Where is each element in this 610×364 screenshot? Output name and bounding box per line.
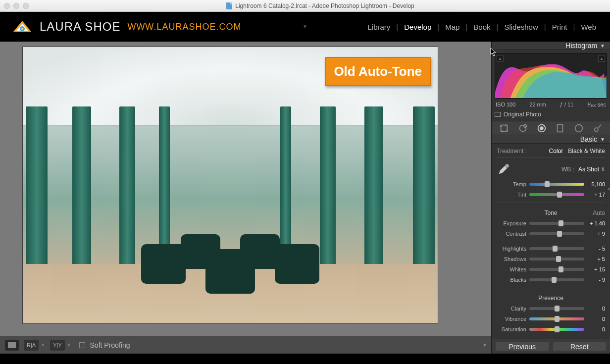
histogram-graph[interactable]: ▲ ▲ (495, 53, 607, 99)
redeye-tool-icon[interactable] (535, 122, 548, 135)
module-picker: Library| Develop| Map| Book| Slideshow| … (361, 23, 602, 31)
shadows-slider[interactable]: Shadows+ 5 (497, 255, 605, 263)
collapse-top-icon[interactable]: ▼ (303, 24, 307, 29)
contrast-slider[interactable]: Contrast+ 9 (497, 229, 605, 238)
adjustment-brush-tool-icon[interactable] (591, 122, 604, 135)
svg-point-1 (21, 28, 24, 30)
histogram-panel: ▲ ▲ ISO 100 22 mm ƒ / 11 ¹⁄₁₀₀ sec (492, 50, 610, 121)
svg-rect-11 (506, 164, 509, 168)
module-book[interactable]: Book (467, 23, 496, 31)
wb-selector[interactable]: As Shot⇅ (578, 166, 605, 173)
tone-section-title: ToneAuto (497, 207, 605, 217)
exif-focal: 22 mm (529, 102, 546, 108)
clarity-slider[interactable]: Clarity0 (497, 304, 605, 313)
wb-label: WB : (514, 166, 574, 173)
updown-icon: ⇅ (601, 167, 605, 172)
module-develop[interactable]: Develop (398, 23, 437, 31)
brand-name: LAURA SHOE (40, 20, 120, 34)
minimize-window-icon[interactable] (13, 3, 19, 9)
saturation-slider[interactable]: Saturation0 (497, 325, 605, 334)
basic-panel-header[interactable]: Basic▼ (492, 135, 610, 144)
exif-aperture: ƒ / 11 (560, 102, 574, 108)
svg-point-4 (519, 125, 526, 131)
treatment-color[interactable]: Color (549, 148, 563, 155)
original-photo-checkbox-icon[interactable] (495, 112, 501, 117)
disclosure-triangle-icon: ▼ (600, 43, 605, 49)
previous-button[interactable]: Previous (496, 342, 549, 351)
highlight-clipping-icon[interactable]: ▲ (598, 55, 605, 62)
vibrance-slider[interactable]: Vibrance0 (497, 314, 605, 323)
svg-rect-2 (8, 342, 16, 348)
canvas-inner: Old Auto-Tone (0, 42, 491, 336)
spot-removal-tool-icon[interactable] (516, 122, 529, 135)
main-photo[interactable]: Old Auto-Tone (22, 47, 438, 324)
svg-point-10 (595, 128, 598, 131)
exif-iso: ISO 100 (496, 102, 515, 108)
shadow-clipping-icon[interactable]: ▲ (497, 55, 504, 62)
app-chrome: ▼ LAURA SHOE WWW.LAURASHOE.COM Library| … (0, 12, 610, 364)
eyedropper-tool-icon[interactable] (497, 162, 510, 176)
graduated-filter-tool-icon[interactable] (554, 122, 566, 135)
soft-proofing-checkbox[interactable] (79, 342, 85, 348)
mac-titlebar: Lightroom 6 Catalog-2.lrcat - Adobe Phot… (0, 0, 610, 12)
tint-slider[interactable]: Tint+ 17 (497, 190, 605, 199)
svg-point-7 (540, 127, 543, 130)
collapse-toolbar-icon[interactable]: ▼ (482, 342, 487, 348)
presence-section-title: Presence (497, 292, 605, 303)
canvas-area: ▶ (0, 42, 491, 354)
histogram-panel-header[interactable]: Histogram▼ (492, 42, 610, 50)
temp-slider[interactable]: Temp5,100 (497, 180, 605, 189)
close-window-icon[interactable] (4, 3, 10, 9)
exif-strip: ISO 100 22 mm ƒ / 11 ¹⁄₁₀₀ sec (495, 99, 607, 109)
whites-slider[interactable]: Whites+ 15 (497, 265, 605, 274)
workspace: ▶ (0, 42, 610, 354)
svg-point-9 (575, 124, 583, 132)
before-after-ra-button[interactable]: R|A (24, 340, 39, 351)
right-panels: Histogram▼ ▲ ▲ ISO 100 22 mm (491, 42, 610, 354)
module-web[interactable]: Web (575, 23, 602, 31)
basic-panel: Treatment : Color Black & White WB : As … (492, 144, 610, 339)
treatment-label: Treatment : (497, 148, 544, 155)
treatment-row: Treatment : Color Black & White (497, 147, 605, 158)
original-photo-row[interactable]: Original Photo (495, 109, 607, 119)
right-panel-handle-icon[interactable]: ◀ (607, 185, 610, 191)
dropdown-arrow-icon[interactable]: ▼ (41, 343, 45, 348)
white-balance-row: WB : As Shot⇅ (497, 159, 605, 178)
svg-rect-8 (558, 124, 563, 132)
highlights-slider[interactable]: Highlights- 5 (497, 244, 605, 253)
document-icon (226, 2, 232, 9)
loupe-toolbar: R|A ▼ Y|Y ▼ Soft Proofing ▼ (0, 336, 491, 354)
brand-logo-icon (12, 17, 33, 37)
reset-button[interactable]: Reset (553, 342, 607, 351)
crop-tool-icon[interactable] (498, 122, 510, 135)
overlay-label: Old Auto-Tone (325, 57, 431, 86)
exposure-slider[interactable]: Exposure+ 1.40 (497, 219, 605, 228)
traffic-lights (4, 3, 29, 9)
local-tools-strip (492, 121, 610, 135)
before-after-yy-button[interactable]: Y|Y (50, 340, 65, 351)
treatment-bw[interactable]: Black & White (568, 148, 605, 155)
module-print[interactable]: Print (546, 23, 573, 31)
module-library[interactable]: Library (361, 23, 396, 31)
exif-shutter: ¹⁄₁₀₀ sec (587, 102, 606, 108)
brand-url: WWW.LAURASHOE.COM (127, 22, 241, 32)
identity-plate: LAURA SHOE WWW.LAURASHOE.COM (12, 17, 241, 37)
soft-proofing-label: Soft Proofing (90, 341, 130, 349)
previous-reset-bar: Previous Reset (492, 339, 610, 354)
zoom-window-icon[interactable] (23, 3, 29, 9)
module-slideshow[interactable]: Slideshow (498, 23, 544, 31)
disclosure-triangle-icon: ▼ (600, 137, 605, 142)
module-map[interactable]: Map (439, 23, 465, 31)
dropdown-arrow-icon[interactable]: ▼ (67, 343, 71, 348)
window-title: Lightroom 6 Catalog-2.lrcat - Adobe Phot… (35, 2, 606, 9)
auto-tone-button[interactable]: Auto (593, 209, 605, 216)
loupe-view-button[interactable] (5, 340, 19, 351)
radial-filter-tool-icon[interactable] (572, 122, 585, 135)
blacks-slider[interactable]: Blacks- 9 (497, 275, 605, 284)
